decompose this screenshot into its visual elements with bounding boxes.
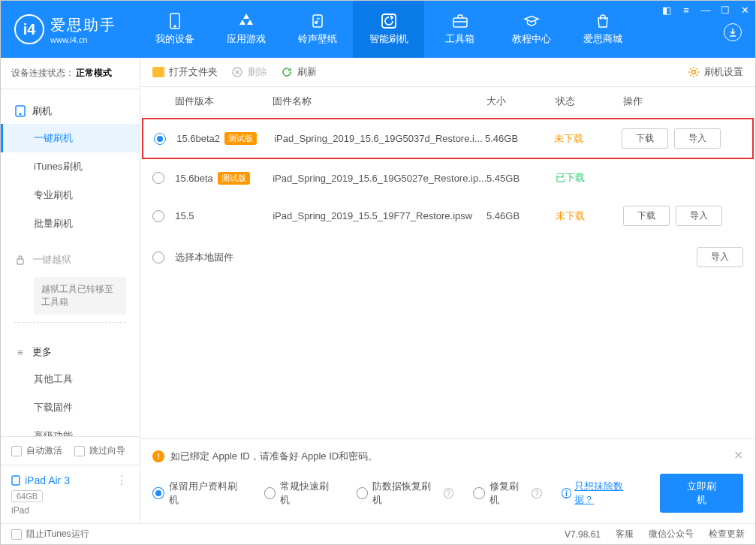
fw-name: iPad_Spring_2019_15.6_19G5027e_Restore.i… (273, 173, 486, 184)
gear-icon (688, 66, 700, 78)
fw-name: iPad_Spring_2019_15.6_19G5037d_Restore.i… (274, 133, 485, 144)
fw-status: 已下载 (556, 171, 623, 185)
win-maximize-icon[interactable]: ☐ (719, 4, 731, 16)
download-button[interactable]: 下载 (623, 206, 670, 226)
logo[interactable]: i4 爱思助手 www.i4.cn (14, 14, 116, 44)
nav-apps[interactable]: 应用游戏 (210, 1, 282, 58)
table-row[interactable]: 15.5 iPad_Spring_2019_15.5_19F77_Restore… (140, 195, 755, 236)
sidebar-group-flash[interactable]: 刷机 (1, 98, 140, 124)
th-size: 大小 (486, 95, 556, 108)
sidebar-item-downloadfw[interactable]: 下载固件 (1, 393, 140, 422)
tutorials-icon (523, 13, 540, 29)
th-op: 操作 (623, 95, 743, 108)
info-icon: i (562, 488, 572, 498)
mode-keep-data[interactable]: 保留用户资料刷机 (152, 480, 244, 507)
bottom-panel: ! 如已绑定 Apple ID，请准备好 Apple ID和密码。 ✕ 保留用户… (140, 438, 755, 523)
device-panel[interactable]: iPad Air 3 ⋮ 64GB iPad (1, 465, 140, 523)
nav-ringtones[interactable]: 铃声壁纸 (282, 1, 353, 58)
tablet-icon (14, 105, 26, 117)
sidebar-item-onekey[interactable]: 一键刷机 (1, 124, 140, 152)
table-row-local[interactable]: 选择本地固件 导入 (140, 236, 755, 278)
logo-icon: i4 (14, 14, 44, 44)
device-icon (11, 475, 20, 486)
nav-my-device[interactable]: 我的设备 (139, 1, 210, 58)
sidebar-item-batch[interactable]: 批量刷机 (1, 209, 140, 238)
radio-selected[interactable] (154, 133, 166, 145)
win-close-icon[interactable]: ✕ (739, 4, 751, 16)
nav-tutorials[interactable]: 教程中心 (495, 1, 567, 58)
mode-repair[interactable]: 修复刷机? (473, 480, 541, 507)
delete-button: 删除 (231, 65, 267, 79)
fw-name: iPad_Spring_2019_15.5_19F77_Restore.ipsw (273, 210, 486, 221)
open-folder-button[interactable]: 打开文件夹 (152, 65, 218, 79)
start-flash-button[interactable]: 立即刷机 (660, 474, 743, 513)
header-download-button[interactable] (724, 23, 742, 41)
table-row[interactable]: 15.6beta 测试版 iPad_Spring_2019_15.6_19G50… (140, 161, 755, 195)
flash-icon (381, 13, 397, 29)
device-name: iPad Air 3 (25, 474, 70, 486)
radio[interactable] (152, 210, 164, 222)
checkbox-block-itunes[interactable]: 阻止iTunes运行 (11, 528, 89, 540)
toolbox-icon (452, 13, 468, 29)
header: i4 爱思助手 www.i4.cn 我的设备 应用游戏 铃声壁纸 智能刷机 工具… (1, 1, 755, 58)
download-button[interactable]: 下载 (622, 128, 668, 149)
lock-icon (14, 254, 26, 266)
import-button[interactable]: 导入 (697, 247, 743, 267)
sidebar-item-pro[interactable]: 专业刷机 (1, 181, 140, 209)
mode-antidata[interactable]: 防数据恢复刷机? (357, 480, 453, 507)
import-button[interactable]: 导入 (674, 128, 721, 149)
folder-icon (152, 67, 164, 77)
store-icon (595, 13, 611, 29)
svg-rect-9 (12, 476, 20, 485)
win-menu-icon[interactable]: ≡ (680, 4, 692, 16)
device-scroll-hint: ⋮ (116, 473, 128, 487)
sidebar-item-itunes[interactable]: iTunes刷机 (1, 152, 140, 181)
fw-version: 15.5 (175, 210, 194, 221)
fw-version: 15.6beta2 (176, 133, 220, 144)
checkbox-auto-activate[interactable]: 自动激活 (11, 444, 62, 457)
sidebar-item-advanced[interactable]: 高级功能 (1, 422, 140, 436)
jailbreak-note: 越狱工具已转移至工具箱 (34, 277, 126, 315)
check-update-link[interactable]: 检查更新 (709, 528, 745, 540)
win-skin-icon[interactable]: ◧ (661, 4, 673, 16)
nav-flash[interactable]: 智能刷机 (353, 1, 424, 58)
customer-service-link[interactable]: 客服 (616, 528, 634, 540)
sidebar-group-more[interactable]: ≡ 更多 (1, 339, 140, 365)
footer: 阻止iTunes运行 V7.98.61 客服 微信公众号 检查更新 (1, 523, 755, 544)
fw-size: 5.46GB (486, 210, 556, 221)
device-storage: 64GB (11, 490, 43, 502)
device-type: iPad (11, 505, 129, 516)
nav-store[interactable]: 爱思商城 (567, 1, 638, 58)
help-icon[interactable]: ? (444, 488, 454, 498)
svg-point-1 (174, 26, 176, 27)
main: 设备连接状态：正常模式 刷机 一键刷机 iTunes刷机 专业刷机 批量刷机 一… (1, 58, 755, 523)
content: 打开文件夹 删除 刷新 刷机设置 固件版本 固件名称 大小 状态 操作 (140, 58, 755, 523)
refresh-button[interactable]: 刷新 (281, 65, 317, 79)
delete-icon (231, 66, 243, 78)
main-nav: 我的设备 应用游戏 铃声壁纸 智能刷机 工具箱 教程中心 爱思商城 (139, 1, 638, 58)
th-version: 固件版本 (175, 95, 273, 108)
svg-point-7 (20, 113, 21, 115)
import-button[interactable]: 导入 (676, 206, 722, 226)
wechat-link[interactable]: 微信公众号 (649, 528, 694, 540)
refresh-icon (281, 66, 293, 78)
close-tip-button[interactable]: ✕ (733, 448, 743, 462)
apps-icon (238, 13, 255, 29)
table-row[interactable]: 15.6beta2 测试版 iPad_Spring_2019_15.6_19G5… (142, 118, 754, 159)
mode-normal[interactable]: 常规快速刷机 (264, 480, 337, 507)
radio[interactable] (152, 251, 164, 263)
erase-link[interactable]: i只想抹除数据？ (562, 480, 641, 507)
nav-toolbox[interactable]: 工具箱 (424, 1, 495, 58)
checkbox-skip-guide[interactable]: 跳过向导 (74, 444, 125, 457)
win-minimize-icon[interactable]: — (700, 4, 712, 16)
svg-rect-5 (453, 18, 467, 27)
sidebar-item-other[interactable]: 其他工具 (1, 365, 140, 393)
radio[interactable] (152, 172, 164, 184)
svg-rect-4 (382, 14, 396, 28)
flash-settings-button[interactable]: 刷机设置 (688, 65, 743, 79)
help-icon[interactable]: ? (532, 488, 542, 498)
sidebar-options: 自动激活 跳过向导 (1, 436, 140, 465)
local-firmware-label: 选择本地固件 (175, 251, 233, 264)
beta-tag: 测试版 (218, 172, 250, 185)
sidebar-group-jailbreak: 一键越狱 (1, 247, 140, 272)
